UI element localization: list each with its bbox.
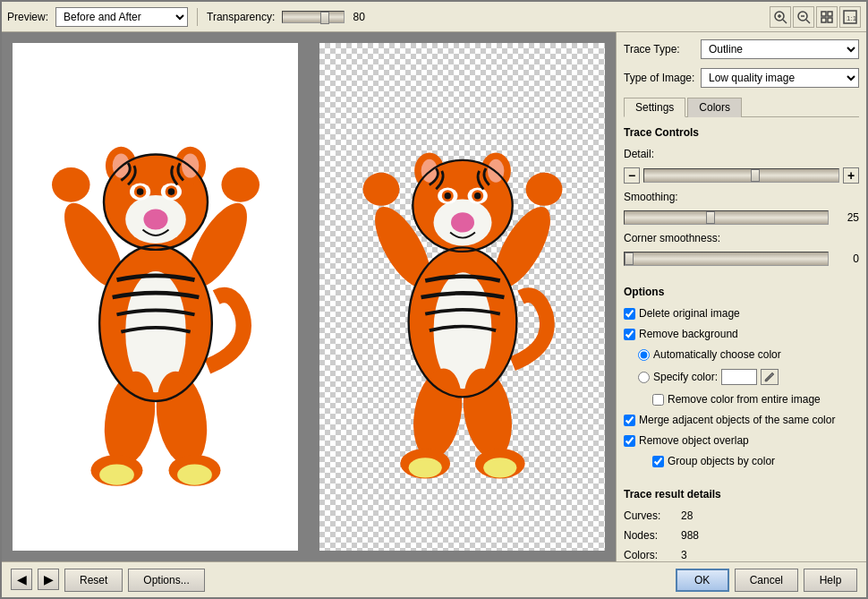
zoom-fit-button[interactable] — [816, 6, 838, 28]
delete-original-checkbox[interactable] — [624, 308, 635, 320]
toolbar: Preview: Before and After Before After T… — [2, 2, 866, 32]
remove-overlap-row: Remove object overlap — [624, 434, 859, 447]
corner-smoothness-label: Corner smoothness: — [624, 232, 859, 244]
trace-type-row: Trace Type: Outline Centerline Brightnes… — [624, 39, 859, 59]
svg-line-5 — [806, 20, 810, 23]
separator — [197, 8, 198, 26]
svg-point-21 — [136, 188, 143, 195]
tabs-container: Settings Colors — [624, 97, 859, 117]
trace-type-label: Trace Type: — [624, 43, 695, 56]
preview-select[interactable]: Before and After Before After — [55, 7, 188, 27]
merge-adjacent-checkbox[interactable] — [624, 415, 635, 426]
before-image-container — [13, 43, 298, 551]
remove-background-checkbox[interactable] — [624, 329, 635, 340]
zoom-100-button[interactable]: 1:1 — [839, 6, 861, 28]
back-button[interactable]: ◀ — [11, 569, 32, 590]
auto-choose-color-label: Automatically choose color — [653, 348, 781, 361]
transparency-slider[interactable] — [282, 11, 345, 23]
before-panel — [2, 32, 309, 561]
colors-row: Colors: 3 — [624, 549, 859, 561]
remove-overlap-checkbox[interactable] — [624, 435, 635, 447]
curves-value: 28 — [681, 509, 693, 522]
svg-point-50 — [451, 212, 474, 232]
nodes-value: 988 — [681, 529, 699, 542]
tiger-after — [346, 47, 579, 548]
type-of-image-select[interactable]: Low quality image High quality image Cli… — [701, 68, 859, 88]
tiger-before — [30, 43, 281, 551]
eyedropper-button[interactable] — [761, 369, 779, 385]
transparency-value: 80 — [346, 11, 371, 23]
svg-point-37 — [177, 464, 212, 484]
detail-plus-button[interactable]: + — [843, 167, 859, 184]
trace-bitmap-dialog: Preview: Before and After Before After T… — [0, 0, 868, 599]
smoothing-row: 25 — [624, 210, 859, 225]
trace-type-select[interactable]: Outline Centerline Brightness Color — [701, 39, 859, 59]
specify-color-box[interactable] — [721, 369, 757, 385]
delete-original-row: Delete original image — [624, 307, 859, 320]
colors-label: Colors: — [624, 549, 677, 561]
detail-row: − + — [624, 167, 859, 184]
reset-button[interactable]: Reset — [64, 569, 123, 592]
group-by-color-row: Group objects by color — [652, 455, 859, 467]
svg-rect-9 — [821, 18, 826, 22]
smoothing-label: Smoothing: — [624, 191, 859, 203]
tab-settings[interactable]: Settings — [624, 98, 685, 117]
curves-row: Curves: 28 — [624, 509, 859, 522]
svg-point-23 — [143, 209, 167, 229]
auto-choose-color-radio[interactable] — [638, 349, 650, 361]
bottom-bar: ◀ ▶ Reset Options... OK Cancel Help — [2, 561, 866, 597]
svg-rect-7 — [821, 12, 826, 16]
svg-point-29 — [52, 167, 90, 202]
smoothing-slider[interactable] — [624, 210, 829, 225]
nodes-label: Nodes: — [624, 529, 677, 542]
ok-button[interactable]: OK — [676, 569, 729, 592]
delete-original-label: Delete original image — [639, 307, 740, 320]
group-by-color-label: Group objects by color — [668, 455, 775, 467]
svg-point-49 — [474, 193, 481, 199]
merge-adjacent-label: Merge adjacent objects of the same color — [639, 414, 835, 426]
detail-slider[interactable] — [643, 168, 839, 183]
remove-overlap-label: Remove object overlap — [639, 434, 749, 447]
after-image-container — [319, 43, 605, 551]
after-panel — [309, 32, 616, 561]
cancel-button[interactable]: Cancel — [735, 569, 798, 592]
svg-point-56 — [362, 172, 399, 205]
bottom-left-buttons: ◀ ▶ Reset Options... — [11, 569, 205, 592]
corner-smoothness-slider[interactable] — [624, 252, 829, 266]
corner-smoothness-value: 0 — [832, 252, 859, 265]
remove-color-checkbox[interactable] — [652, 394, 664, 406]
specify-color-radio[interactable] — [638, 372, 650, 383]
svg-point-31 — [221, 167, 260, 202]
forward-button[interactable]: ▶ — [38, 569, 59, 590]
trace-controls-title: Trace Controls — [624, 126, 859, 139]
group-by-color-checkbox[interactable] — [652, 456, 664, 467]
svg-rect-10 — [828, 18, 832, 22]
smoothing-value: 25 — [832, 211, 859, 224]
tab-colors[interactable]: Colors — [687, 98, 742, 117]
remove-background-row: Remove background — [624, 328, 859, 340]
detail-minus-button[interactable]: − — [624, 167, 640, 184]
remove-color-label: Remove color from entire image — [668, 393, 821, 406]
colors-value: 3 — [681, 549, 687, 561]
zoom-in-button[interactable] — [770, 6, 791, 28]
options-button[interactable]: Options... — [128, 569, 204, 592]
svg-rect-8 — [828, 12, 832, 16]
specify-color-row: Specify color: — [638, 369, 859, 385]
svg-text:1:1: 1:1 — [847, 14, 857, 22]
transparency-label: Transparency: — [207, 11, 275, 23]
svg-point-64 — [483, 458, 516, 477]
svg-point-62 — [408, 458, 441, 477]
type-of-image-row: Type of Image: Low quality image High qu… — [624, 68, 859, 88]
curves-label: Curves: — [624, 509, 677, 522]
auto-choose-color-row: Automatically choose color — [638, 348, 859, 361]
zoom-out-button[interactable] — [793, 6, 814, 28]
remove-background-label: Remove background — [639, 328, 738, 340]
toolbar-icons: 1:1 — [770, 6, 861, 28]
corner-smoothness-row: 0 — [624, 252, 859, 266]
svg-point-48 — [444, 193, 450, 199]
merge-adjacent-row: Merge adjacent objects of the same color — [624, 414, 859, 426]
svg-point-35 — [99, 464, 134, 484]
specify-color-label: Specify color: — [653, 371, 718, 383]
svg-point-58 — [525, 172, 562, 205]
help-button[interactable]: Help — [804, 569, 857, 592]
